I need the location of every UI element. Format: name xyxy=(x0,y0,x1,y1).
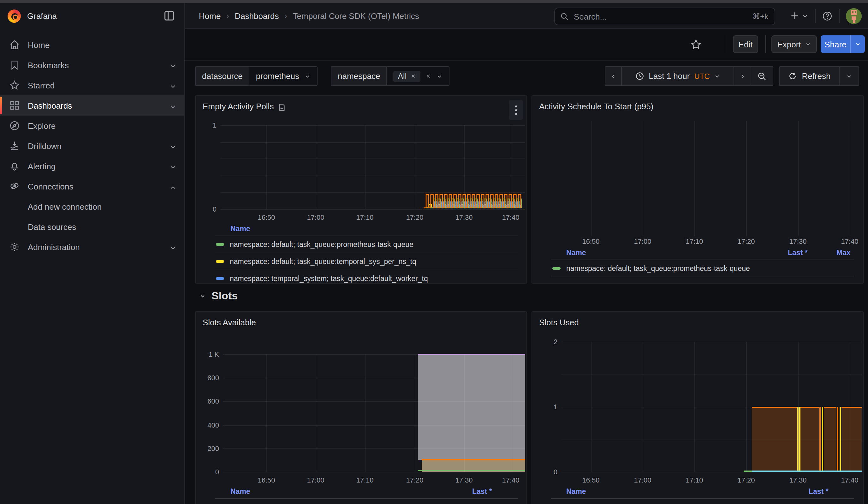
sidebar-item-data-sources[interactable]: Data sources xyxy=(0,217,184,237)
breadcrumb-dashboards[interactable]: Dashboards xyxy=(235,11,279,21)
x-tick-label: 17:00 xyxy=(634,476,651,484)
legend-row[interactable]: namespace: default; task_queue:prometheu… xyxy=(552,260,750,277)
clear-all-icon[interactable] xyxy=(425,73,431,79)
legend-row[interactable]: namespace: default; task_queue:prometheu… xyxy=(216,499,413,504)
legend-row[interactable]: namespace: default; task_queue:prometheu… xyxy=(552,499,750,504)
chevron-down-icon[interactable] xyxy=(169,142,177,150)
dock-menu-icon[interactable] xyxy=(163,10,175,22)
sidebar-item-explore[interactable]: Explore xyxy=(0,116,184,136)
mega-menu-sidebar: Home Bookmarks Starred Dashboards Explor… xyxy=(0,28,185,504)
y-tick-label: 0 xyxy=(215,468,219,475)
search-placeholder: Search... xyxy=(574,12,753,21)
chevron-up-icon[interactable] xyxy=(169,183,177,190)
sidebar-item-connections[interactable]: Connections xyxy=(0,176,184,196)
sidebar-item-administration[interactable]: Administration xyxy=(0,237,184,257)
namespace-select[interactable]: All xyxy=(387,67,449,85)
legend-header-max[interactable]: Max xyxy=(836,249,851,256)
legend-header-last[interactable]: Last * xyxy=(788,249,808,256)
x-tick-label: 16:50 xyxy=(582,237,599,245)
y-tick-label: 600 xyxy=(207,397,219,405)
chevron-down-icon[interactable] xyxy=(169,102,177,109)
y-tick-label: 800 xyxy=(207,374,219,381)
refresh-icon xyxy=(788,71,797,81)
remove-chip-icon[interactable] xyxy=(410,73,416,79)
sidebar-item-drilldown[interactable]: Drilldown xyxy=(0,136,184,156)
breadcrumb-separator: › xyxy=(226,11,229,20)
row-section-slots[interactable]: Slots xyxy=(199,287,238,305)
legend-header-last[interactable]: Last * xyxy=(472,487,492,495)
datasource-select[interactable]: prometheus xyxy=(250,67,317,85)
grafana-logo-icon[interactable] xyxy=(8,9,21,22)
namespace-chip[interactable]: All xyxy=(393,70,421,82)
sidebar-item-bookmarks[interactable]: Bookmarks xyxy=(0,55,184,75)
share-button[interactable]: Share xyxy=(821,35,850,53)
legend-header-name[interactable]: Name xyxy=(566,249,586,256)
legend-row[interactable]: namespace: default; task_queue:prometheu… xyxy=(216,236,413,253)
chevron-down-icon[interactable] xyxy=(436,73,443,79)
chevron-down-icon[interactable] xyxy=(169,61,177,69)
legend-header-name[interactable]: Name xyxy=(566,487,586,495)
refresh-button[interactable]: Refresh xyxy=(779,66,840,86)
panel-title[interactable]: Empty Activity Polls xyxy=(203,102,273,111)
panel-title[interactable]: Slots Used xyxy=(539,318,579,327)
panel-menu-kebab-icon[interactable] xyxy=(509,100,523,120)
home-icon xyxy=(9,39,20,51)
chevron-down-icon[interactable] xyxy=(169,243,177,251)
plot-area[interactable] xyxy=(220,125,525,209)
plot-area[interactable] xyxy=(561,121,862,236)
favorite-star-icon[interactable] xyxy=(687,35,704,53)
y-tick-label: 400 xyxy=(207,421,219,429)
help-icon[interactable] xyxy=(822,10,833,21)
sidebar-item-label: Connections xyxy=(28,182,74,191)
sidebar-item-home[interactable]: Home xyxy=(0,35,184,55)
export-button[interactable]: Export xyxy=(772,35,817,53)
series-swatch xyxy=(216,260,224,263)
legend-header-name[interactable]: Name xyxy=(230,225,250,233)
time-shift-forward-button[interactable] xyxy=(734,66,751,86)
sidebar-item-starred[interactable]: Starred xyxy=(0,75,184,95)
sidebar-item-dashboards[interactable]: Dashboards xyxy=(0,95,184,116)
sidebar-item-alerting[interactable]: Alerting xyxy=(0,156,184,176)
user-avatar[interactable] xyxy=(846,8,862,24)
x-tick-label: 17:40 xyxy=(502,476,519,484)
share-dropdown-button[interactable] xyxy=(850,35,865,53)
plot-area[interactable] xyxy=(223,354,525,472)
panel-description-icon[interactable] xyxy=(278,103,286,112)
sidebar-item-add-new-connection[interactable]: Add new connection xyxy=(0,196,184,217)
x-tick-label: 17:10 xyxy=(685,237,703,245)
series-line-yellow xyxy=(822,407,823,472)
panel-title[interactable]: Slots Available xyxy=(203,318,256,327)
zoom-out-time-button[interactable] xyxy=(751,66,773,86)
series-line xyxy=(424,195,521,208)
sidebar-item-label: Alerting xyxy=(28,161,55,171)
refresh-interval-button[interactable] xyxy=(840,66,859,86)
bell-icon xyxy=(9,161,20,172)
header-actions xyxy=(790,3,862,28)
legend-header-last[interactable]: Last * xyxy=(809,487,828,495)
series-swatch xyxy=(216,243,224,246)
search-input[interactable]: Search... ⌘+k xyxy=(554,8,775,25)
legend-row[interactable]: namespace: default; task_queue:temporal_… xyxy=(216,253,416,270)
add-new-button[interactable] xyxy=(790,11,809,21)
legend-row[interactable]: namespace: temporal_system; task_queue:d… xyxy=(216,270,428,284)
share-button-group: Share xyxy=(821,35,865,53)
plot-area[interactable] xyxy=(561,342,862,472)
x-tick-label: 16:50 xyxy=(582,476,599,484)
compass-icon xyxy=(9,120,20,131)
chevron-down-icon[interactable] xyxy=(169,81,177,89)
time-shift-back-button[interactable] xyxy=(605,66,622,86)
x-tick-label: 17:40 xyxy=(502,214,519,221)
sidebar-item-label: Drilldown xyxy=(28,141,62,151)
panel-slots-available: Slots Available 1 K8006004002000 16:5017… xyxy=(195,311,527,504)
x-axis-labels: 16:5017:0017:1017:2017:3017:40 xyxy=(220,214,525,222)
x-tick-label: 17:30 xyxy=(789,476,806,484)
breadcrumb-home[interactable]: Home xyxy=(199,11,221,21)
panel-title[interactable]: Activity Schedule To Start (p95) xyxy=(539,102,653,111)
chevron-down-icon[interactable] xyxy=(169,162,177,170)
edit-button[interactable]: Edit xyxy=(733,35,758,53)
divider xyxy=(725,35,725,53)
legend-header-name[interactable]: Name xyxy=(230,487,250,495)
time-range-button[interactable]: Last 1 hour UTC xyxy=(622,66,734,86)
search-shortcut: ⌘+k xyxy=(753,12,768,21)
series-line-yellow xyxy=(840,407,841,472)
